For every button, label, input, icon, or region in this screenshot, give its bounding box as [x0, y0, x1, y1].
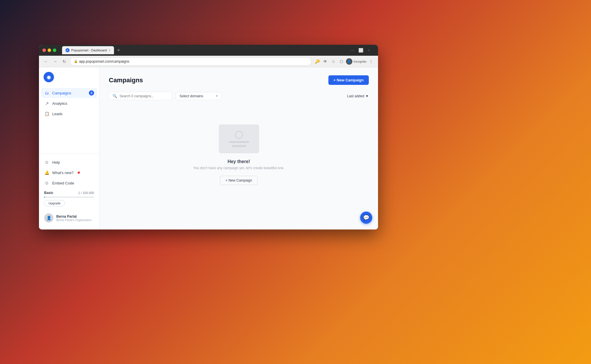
search-input[interactable] — [119, 94, 169, 98]
campaigns-icon: 🗂 — [44, 90, 49, 96]
sidebar: ◉ 🗂 Campaigns 0 ↗ Analytics 📋 Leads — [39, 67, 100, 229]
user-name: Berna Partal — [56, 214, 91, 219]
url-text: app.popupsmart.com/campaigns — [79, 59, 129, 64]
star-icon[interactable]: ☆ — [330, 58, 337, 65]
address-bar[interactable]: 🔒 app.popupsmart.com/campaigns — [70, 57, 311, 66]
empty-state: Hey there! You don't have any campaign y… — [109, 107, 369, 202]
close-button[interactable] — [42, 48, 46, 52]
search-box: 🔍 — [109, 92, 172, 100]
tab-bar: P Popupsmart - Dashboard × + — [62, 46, 347, 54]
sort-control[interactable]: Last added ▼ — [347, 94, 369, 98]
minimize-button[interactable] — [48, 48, 51, 52]
browser-window: P Popupsmart - Dashboard × + — ⬜ × ← → ↻… — [39, 45, 378, 229]
plan-label: Basic 1 / 100.000 — [44, 191, 94, 195]
sort-chevron-icon: ▼ — [365, 94, 369, 98]
window-restore-icon[interactable]: ⬜ — [357, 47, 364, 54]
chat-icon: 💬 — [363, 214, 369, 221]
window-close-icon[interactable]: × — [365, 47, 372, 54]
maximize-button[interactable] — [53, 48, 56, 52]
user-section[interactable]: 👤 Berna Partal Berna Partal's Organizati… — [41, 211, 97, 225]
plan-progress-bar — [44, 197, 94, 198]
main-content: Campaigns + New Campaign 🔍 Select domain… — [100, 67, 378, 229]
empty-new-campaign-button[interactable]: + New Campaign — [220, 176, 257, 185]
eye-icon[interactable]: 👁 — [322, 58, 329, 65]
page-header: Campaigns + New Campaign — [109, 75, 369, 85]
tab-favicon: P — [66, 48, 70, 52]
browser-toolbar: ← → ↻ 🔒 app.popupsmart.com/campaigns 🔑 👁… — [39, 56, 378, 67]
empty-subtitle: You don't have any campaign yet, let's c… — [193, 166, 285, 170]
sidebar-item-help[interactable]: ⊙ Help — [41, 157, 97, 167]
user-org: Berna Partal's Organization — [56, 219, 91, 222]
sidebar-nav: 🗂 Campaigns 0 ↗ Analytics 📋 Leads — [39, 88, 99, 151]
campaigns-badge: 0 — [89, 90, 94, 96]
analytics-icon: ↗ — [44, 101, 49, 106]
embed-icon: ⊙ — [44, 180, 49, 186]
sidebar-item-leads[interactable]: 📋 Leads — [41, 109, 97, 119]
whats-new-label: What's new? — [52, 171, 74, 175]
page-title: Campaigns — [109, 76, 143, 84]
new-campaign-button[interactable]: + New Campaign — [328, 75, 369, 85]
notification-dot — [78, 171, 80, 174]
browser-titlebar: P Popupsmart - Dashboard × + — ⬜ × — [39, 45, 378, 56]
traffic-lights — [42, 48, 56, 52]
empty-illustration — [219, 124, 259, 153]
incognito-label: Incognito — [354, 60, 366, 63]
sidebar-item-embed-code[interactable]: ⊙ Embed Code — [41, 178, 97, 188]
cast-icon[interactable]: ⬡ — [338, 58, 345, 65]
window-minimize-icon[interactable]: — — [349, 47, 356, 54]
campaigns-label: Campaigns — [52, 91, 71, 95]
sidebar-item-whats-new[interactable]: 🔔 What's new? — [41, 168, 97, 178]
chat-bubble-button[interactable]: 💬 — [360, 212, 372, 224]
embed-code-label: Embed Code — [52, 181, 74, 185]
help-icon: ⊙ — [44, 160, 49, 165]
incognito-badge: 👤 Incognito — [346, 58, 366, 65]
tab-title: Popupsmart - Dashboard — [71, 48, 107, 52]
incognito-avatar: 👤 — [346, 58, 352, 65]
bell-icon: 🔔 — [44, 170, 49, 175]
domain-select-label: Select domains — [179, 94, 203, 98]
tab-close-button[interactable]: × — [109, 48, 111, 52]
app-content: ◉ 🗂 Campaigns 0 ↗ Analytics 📋 Leads — [39, 67, 378, 229]
plan-name: Basic — [44, 191, 53, 195]
menu-icon[interactable]: ⋮ — [368, 58, 375, 65]
help-label: Help — [52, 160, 60, 165]
chevron-down-icon: ▼ — [215, 94, 218, 98]
browser-tab[interactable]: P Popupsmart - Dashboard × — [62, 46, 114, 54]
illustration-circle — [235, 131, 243, 139]
upgrade-button[interactable]: Upgrade — [44, 200, 65, 206]
sort-label: Last added — [347, 94, 364, 98]
forward-button[interactable]: → — [52, 58, 59, 65]
key-icon[interactable]: 🔑 — [314, 58, 321, 65]
filters-row: 🔍 Select domains ▼ Last added ▼ — [109, 92, 369, 100]
plan-progress-fill — [44, 197, 45, 198]
search-icon: 🔍 — [113, 94, 117, 98]
sidebar-bottom: ⊙ Help 🔔 What's new? ⊙ Embed Code — [39, 154, 99, 225]
app-logo: ◉ — [44, 72, 54, 82]
sidebar-item-campaigns[interactable]: 🗂 Campaigns 0 — [41, 88, 97, 98]
empty-title: Hey there! — [227, 159, 250, 164]
plan-section: Basic 1 / 100.000 Upgrade — [41, 188, 97, 209]
browser-toolbar-icons: 🔑 👁 ☆ ⬡ 👤 Incognito ⋮ — [314, 58, 375, 65]
user-avatar: 👤 — [44, 213, 53, 223]
illustration-line-2 — [232, 145, 246, 147]
sidebar-item-analytics[interactable]: ↗ Analytics — [41, 98, 97, 108]
domain-select[interactable]: Select domains ▼ — [176, 92, 222, 100]
leads-label: Leads — [52, 112, 62, 116]
user-info: Berna Partal Berna Partal's Organization — [56, 214, 91, 222]
analytics-label: Analytics — [52, 101, 67, 106]
back-button[interactable]: ← — [42, 58, 49, 65]
sidebar-logo: ◉ — [39, 72, 99, 88]
refresh-button[interactable]: ↻ — [61, 58, 68, 65]
leads-icon: 📋 — [44, 111, 49, 116]
illustration-line-1 — [229, 141, 249, 143]
plan-count: 1 / 100.000 — [78, 191, 94, 195]
new-tab-button[interactable]: + — [115, 47, 122, 54]
